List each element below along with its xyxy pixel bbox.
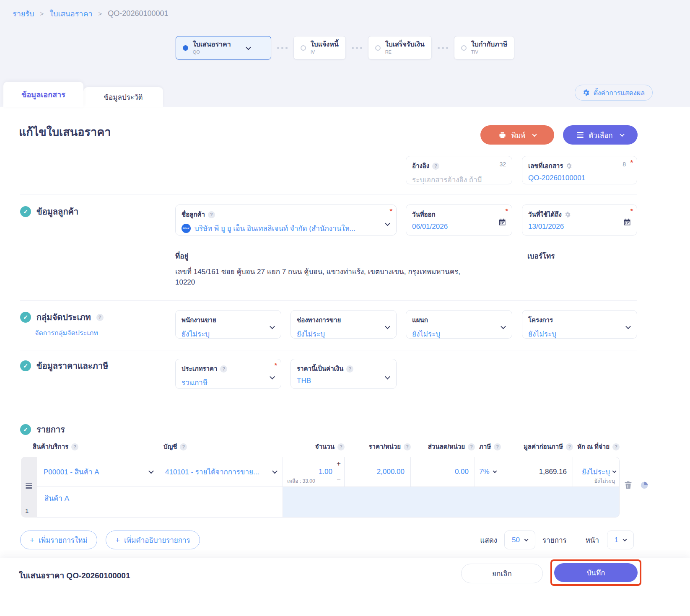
- sales-channel-select[interactable]: ช่องทางการขาย ยังไม่ระบุ: [291, 310, 397, 339]
- step-code: QO: [193, 49, 231, 55]
- unit-price-value: 2,000.00: [377, 468, 405, 476]
- tab-label: ข้อมูลเอกสาร: [21, 88, 65, 101]
- help-icon: [180, 443, 187, 450]
- product-select[interactable]: P00001 - สินค้า A: [37, 457, 159, 487]
- options-label: ตัวเลือก: [589, 129, 612, 141]
- chevron-down-icon: [524, 537, 529, 541]
- row-drag-handle[interactable]: 1: [21, 457, 37, 518]
- reference-field[interactable]: อ้างอิง 32 ระบุเอกสารอ้างอิง ถ้ามี: [406, 156, 512, 184]
- pie-chart-icon[interactable]: [640, 481, 649, 490]
- item-description-input[interactable]: สินค้า A: [37, 487, 283, 517]
- document-number-label: เลขที่เอกสาร: [528, 161, 563, 171]
- withholding-tax-select[interactable]: ยังไม่ระบุ ยังไม่ระบุ: [573, 457, 619, 487]
- step-tax-invoice[interactable]: ใบกำกับภาษี TIV: [454, 36, 515, 60]
- required-asterisk: [630, 159, 633, 167]
- section-title: รายการ: [36, 423, 65, 436]
- active-step-dot-icon: [183, 45, 188, 51]
- required-asterisk: [274, 362, 277, 370]
- price-type-value: รวมภาษี: [182, 377, 275, 388]
- help-icon: [96, 314, 104, 321]
- options-button[interactable]: ตัวเลือก: [563, 125, 638, 145]
- help-icon: [468, 443, 475, 450]
- valid-until-field[interactable]: วันที่ใช้ได้ถึง 13/01/2026: [522, 204, 637, 236]
- quotation-edit-page: รายรับ > ใบเสนอราคา > QO-20260100001 ใบเ…: [0, 0, 690, 616]
- step-receipt[interactable]: ใบเสร็จรับเงิน RE: [368, 36, 432, 60]
- breadcrumb-current: QO-20260100001: [108, 9, 168, 18]
- tab-document-info[interactable]: ข้อมูลเอกสาร: [3, 82, 83, 107]
- char-counter: 32: [499, 161, 506, 168]
- chevron-down-icon: [148, 468, 154, 474]
- page-size-select[interactable]: 50: [504, 531, 535, 549]
- quantity-value: 1.00: [319, 468, 332, 476]
- step-quotation[interactable]: ใบเสนอราคา QO: [176, 36, 271, 60]
- project-select[interactable]: โครงการ ยังไม่ระบุ: [522, 310, 637, 339]
- step-dot-icon: [461, 45, 467, 51]
- check-icon: [20, 360, 31, 371]
- discount-value: 0.00: [455, 468, 469, 476]
- column-header: ส่วนลด/หน่วย: [428, 442, 465, 452]
- pre-vat-amount: 1,869.16: [505, 457, 573, 487]
- vat-select[interactable]: 7%: [475, 457, 505, 487]
- divider: [20, 405, 637, 405]
- add-item-button[interactable]: เพิ่มรายการใหม่: [20, 531, 97, 549]
- step-invoice[interactable]: ใบแจ้งหนี้ IV: [293, 36, 346, 60]
- add-description-button[interactable]: เพิ่มคำอธิบายรายการ: [106, 531, 200, 549]
- help-icon: [346, 365, 353, 373]
- action-footer: ใบเสนอราคา QO-20260100001 ยกเลิก บันทึก: [0, 558, 690, 616]
- help-icon: [220, 365, 227, 373]
- unit-price-input[interactable]: 2,000.00: [345, 457, 411, 487]
- discount-input[interactable]: 0.00: [411, 457, 475, 487]
- pagination: แสดง 50 รายการ หน้า 1: [480, 531, 634, 549]
- section-title: ข้อมูลลูกค้า: [36, 205, 78, 218]
- display-settings-button[interactable]: ตั้งค่าการแสดงผล: [575, 85, 653, 101]
- project-value: ยังไม่ระบุ: [528, 328, 631, 339]
- reference-placeholder: ระบุเอกสารอ้างอิง ถ้ามี: [412, 174, 506, 185]
- issue-date-field[interactable]: วันที่ออก 06/01/2026: [406, 204, 512, 236]
- help-icon: [71, 443, 78, 450]
- decrease-quantity-button[interactable]: [337, 476, 341, 484]
- currency-select[interactable]: ราคานี้เป็นค่าเงิน THB: [291, 359, 397, 389]
- menu-icon: [577, 132, 584, 137]
- sales-channel-label: ช่องทางการขาย: [297, 315, 341, 325]
- department-select[interactable]: แผนก ยังไม่ระบุ: [406, 310, 512, 339]
- section-title: ข้อมูลราคาและภาษี: [36, 359, 108, 373]
- add-item-label: เพิ่มรายการใหม่: [39, 534, 88, 546]
- document-number-field[interactable]: เลขที่เอกสาร 8 QO-20260100001: [522, 156, 637, 184]
- print-button[interactable]: พิมพ์: [480, 125, 554, 145]
- breadcrumb-separator: >: [40, 10, 44, 17]
- step-code: IV: [311, 49, 339, 55]
- increase-quantity-button[interactable]: [337, 460, 341, 467]
- column-header: จำนวน: [315, 442, 335, 452]
- help-icon: [337, 443, 345, 450]
- price-type-select[interactable]: ประเภทราคา รวมภาษี: [175, 359, 281, 389]
- valid-until-label: วันที่ใช้ได้ถึง: [528, 210, 562, 220]
- tab-history-info[interactable]: ข้อมูลประวัติ: [83, 87, 163, 107]
- reference-label: อ้างอิง: [412, 161, 429, 171]
- save-button[interactable]: บันทึก: [554, 563, 638, 582]
- customer-name-select[interactable]: ชื่อลูกค้า PEAK บริษัท พี ยู ยู เอ็น อิน…: [175, 204, 397, 236]
- currency-label: ราคานี้เป็นค่าเงิน: [297, 364, 343, 374]
- page-number-select[interactable]: 1: [607, 531, 634, 549]
- account-select[interactable]: 410101 - รายได้จากการขาย...: [159, 457, 283, 487]
- breadcrumb-quotation-link[interactable]: ใบเสนอราคา: [49, 8, 92, 20]
- row-summary-area: [283, 487, 620, 517]
- step-code: RE: [385, 49, 425, 55]
- price-type-label: ประเภทราคา: [182, 364, 217, 374]
- manage-classification-link[interactable]: จัดการกลุ่มจัดประเภท: [35, 328, 98, 338]
- help-icon: [432, 163, 439, 170]
- step-dot-icon: [375, 45, 381, 51]
- tabs-row: ข้อมูลเอกสาร ข้อมูลประวัติ ตั้งค่าการแสด…: [0, 78, 690, 107]
- salesperson-select[interactable]: พนักงานขาย ยังไม่ระบุ: [175, 310, 281, 339]
- step-label: ใบกำกับภาษี: [471, 41, 508, 48]
- gear-icon: [565, 212, 571, 217]
- quantity-input[interactable]: 1.00 เหลือ : 33.00: [283, 457, 345, 487]
- breadcrumb: รายรับ > ใบเสนอราคา > QO-20260100001: [13, 8, 168, 20]
- step-label: ใบเสนอราคา: [193, 41, 231, 48]
- page-size-value: 50: [512, 536, 520, 544]
- withholding-value: ยังไม่ระบุ: [582, 466, 610, 477]
- cancel-button[interactable]: ยกเลิก: [461, 564, 543, 583]
- currency-value: THB: [297, 377, 390, 385]
- breadcrumb-income-link[interactable]: รายรับ: [13, 8, 34, 20]
- calendar-icon: [623, 218, 631, 226]
- delete-row-button[interactable]: [624, 481, 633, 489]
